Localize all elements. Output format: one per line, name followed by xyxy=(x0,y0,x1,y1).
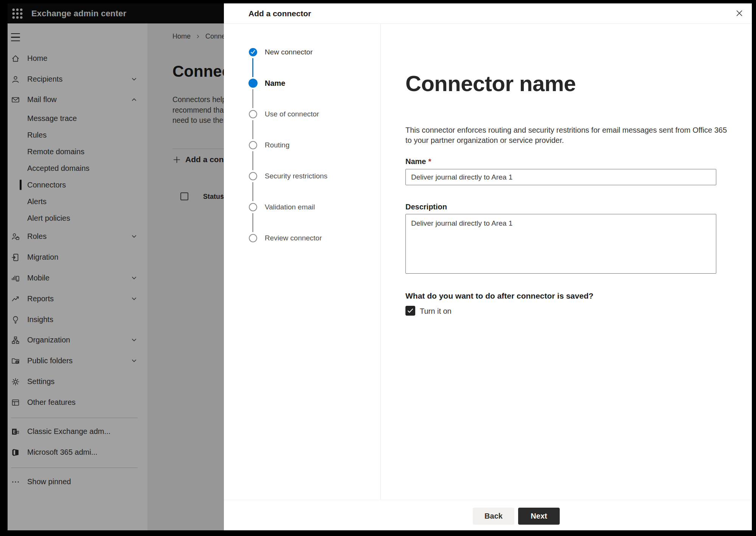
step-connector-line xyxy=(252,151,253,170)
step-connector-line xyxy=(252,120,253,139)
step-label: Use of connector xyxy=(265,109,319,119)
step-circle-name xyxy=(248,79,258,88)
check-icon xyxy=(406,307,414,315)
footer-divider xyxy=(224,500,752,500)
turn-it-on-label: Turn it on xyxy=(420,306,452,316)
name-field-label: Name* xyxy=(405,157,431,166)
step-label: Security restrictions xyxy=(265,171,328,181)
dialog-header: Add a connector xyxy=(224,3,752,24)
next-button[interactable]: Next xyxy=(518,508,560,525)
step-connector-line xyxy=(252,213,253,232)
step-circle-review-connector xyxy=(249,234,257,242)
step-label: Validation email xyxy=(265,202,315,212)
dialog-title: Add a connector xyxy=(248,3,311,24)
add-connector-dialog: Add a connector New connector Name Use o… xyxy=(224,3,752,530)
step-label: Routing xyxy=(265,140,290,150)
stepper-divider xyxy=(380,24,381,500)
step-circle-validation-email xyxy=(249,203,257,211)
step-circle-routing xyxy=(249,141,257,149)
description-field-label: Description xyxy=(405,203,447,211)
step-label: New connector xyxy=(265,47,313,57)
step-label: Review connector xyxy=(265,233,322,243)
step-connector-line xyxy=(252,58,253,77)
connector-description-textarea[interactable]: Deliver journal directly to Area 1 xyxy=(405,214,716,274)
step-connector-line xyxy=(252,182,253,201)
step-circle-new-connector xyxy=(249,48,257,56)
step-heading: Connector name xyxy=(405,71,576,96)
required-asterisk: * xyxy=(428,157,431,166)
check-icon xyxy=(249,48,257,56)
step-label: Name xyxy=(265,78,285,88)
screenshot-frame: Exchange admin center Home Recipients Ma… xyxy=(0,0,756,536)
after-save-question: What do you want to do after connector i… xyxy=(405,291,593,301)
step-circle-use-of-connector xyxy=(249,110,257,118)
step-circle-security-restrictions xyxy=(249,172,257,180)
app-window: Exchange admin center Home Recipients Ma… xyxy=(8,3,752,530)
step-connector-line xyxy=(252,89,253,108)
back-button[interactable]: Back xyxy=(473,508,514,525)
connector-name-input[interactable] xyxy=(405,169,716,185)
step-description: This connector enforces routing and secu… xyxy=(405,125,727,146)
close-icon[interactable] xyxy=(735,9,744,17)
turn-it-on-checkbox[interactable] xyxy=(405,306,415,316)
